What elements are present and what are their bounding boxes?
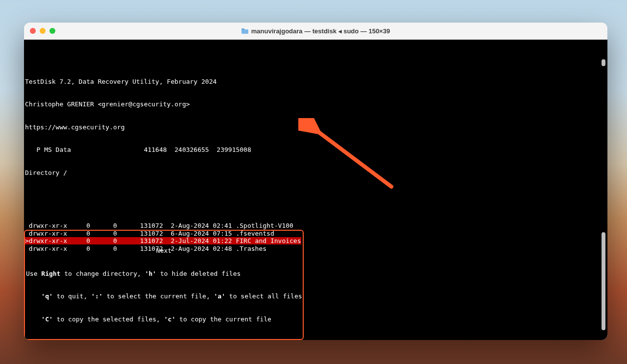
file-row[interactable]: drwxr-xr-x 0 0 131072 2-Aug-2024 02:41 .… bbox=[24, 222, 607, 230]
scrollbar-top[interactable] bbox=[602, 59, 605, 66]
help-line-2: 'q' to quit, ':' to select the current f… bbox=[25, 292, 303, 300]
desktop-background: manuvirajgodara — testdisk ◂ sudo — 150×… bbox=[0, 0, 627, 364]
traffic-lights bbox=[30, 28, 55, 34]
partition-line: P MS Data 411648 240326655 239915008 bbox=[24, 146, 607, 154]
header-line-1: TestDisk 7.2, Data Recovery Utility, Feb… bbox=[24, 78, 607, 86]
svg-line-0 bbox=[313, 128, 391, 187]
terminal-viewport[interactable]: TestDisk 7.2, Data Recovery Utility, Feb… bbox=[24, 40, 607, 340]
zoom-button[interactable] bbox=[49, 28, 55, 34]
close-button[interactable] bbox=[30, 28, 36, 34]
header-line-2: Christophe GRENIER <grenier@cgsecurity.o… bbox=[24, 100, 607, 108]
directory-line: Directory / bbox=[24, 169, 607, 177]
blank-line bbox=[24, 192, 607, 199]
instructions-box: Next Use Right to change directory, 'h' … bbox=[24, 230, 304, 340]
header-line-3: https://www.cgsecurity.org bbox=[24, 123, 607, 131]
help-line-3: 'C' to copy the selected files, 'c' to c… bbox=[25, 315, 303, 323]
title-center: manuvirajgodara — testdisk ◂ sudo — 150×… bbox=[24, 27, 607, 35]
minimize-button[interactable] bbox=[40, 28, 46, 34]
terminal-window: manuvirajgodara — testdisk ◂ sudo — 150×… bbox=[24, 23, 607, 340]
window-title: manuvirajgodara — testdisk ◂ sudo — 150×… bbox=[251, 27, 390, 35]
help-line-1: Use Right to change directory, 'h' to hi… bbox=[25, 270, 303, 278]
scrollbar-thumb[interactable] bbox=[602, 232, 605, 330]
window-titlebar[interactable]: manuvirajgodara — testdisk ◂ sudo — 150×… bbox=[24, 23, 607, 40]
next-label: Next bbox=[25, 247, 303, 255]
folder-icon bbox=[241, 28, 248, 34]
